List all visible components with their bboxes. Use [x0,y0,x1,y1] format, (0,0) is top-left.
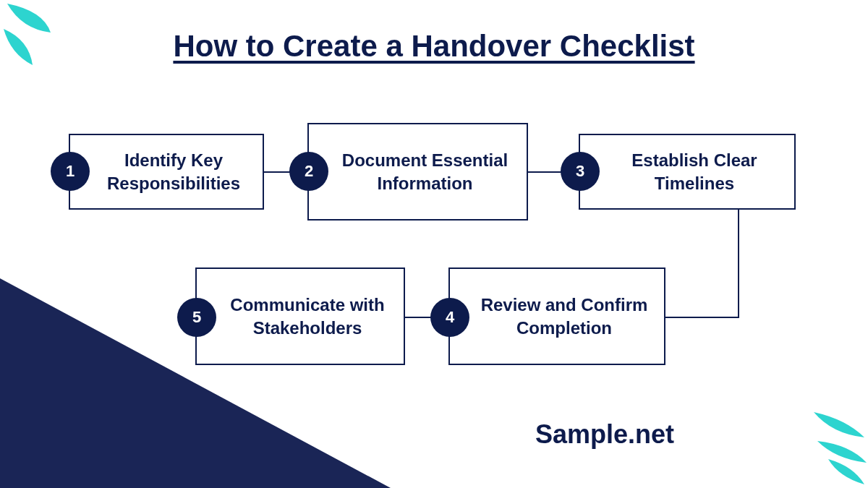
step-label-4: Review and Confirm Completion [479,294,650,338]
step-circle-3: 3 [561,152,600,191]
step-label-2: Document Essential Information [338,149,512,194]
decorative-leaves-top-left [0,0,80,80]
step-box-1: Identify Key Responsibilities [69,134,264,210]
step-circle-5: 5 [177,298,216,337]
step-box-4: Review and Confirm Completion [448,267,665,365]
step-label-5: Communicate with Stakeholders [226,294,389,338]
step-num-2: 2 [305,162,313,181]
step-num-5: 5 [192,308,201,327]
connector-3-down [738,210,739,318]
decorative-leaves-bottom-right [774,394,868,488]
step-box-5: Communicate with Stakeholders [195,267,405,365]
step-label-1: Identify Key Responsibilities [99,149,248,194]
step-num-3: 3 [576,162,584,181]
step-num-1: 1 [66,162,75,181]
connector-down-4 [665,317,739,318]
step-circle-4: 4 [430,298,469,337]
step-label-3: Establish Clear Timelines [609,149,780,194]
step-box-2: Document Essential Information [307,123,528,221]
page-title: How to Create a Handover Checklist [173,29,694,64]
step-circle-1: 1 [51,152,90,191]
branding-text: Sample.net [535,419,674,450]
step-box-3: Establish Clear Timelines [579,134,796,210]
step-num-4: 4 [446,308,454,327]
step-circle-2: 2 [289,152,328,191]
